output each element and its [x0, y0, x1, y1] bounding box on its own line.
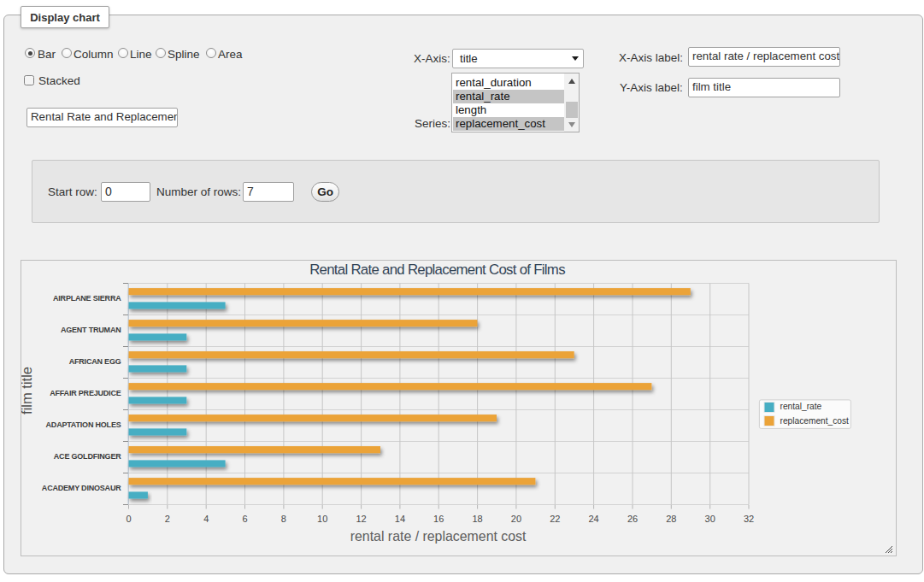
svg-text:2: 2	[165, 514, 170, 524]
svg-text:24: 24	[588, 514, 598, 524]
svg-text:AFFAIR PREJUDICE: AFFAIR PREJUDICE	[50, 389, 121, 397]
svg-text:AIRPLANE SIERRA: AIRPLANE SIERRA	[53, 294, 121, 303]
svg-text:ADAPTATION HOLES: ADAPTATION HOLES	[46, 420, 121, 429]
svg-text:4: 4	[203, 514, 209, 524]
svg-text:rental rate / replacement cost: rental rate / replacement cost	[350, 529, 527, 544]
svg-text:32: 32	[744, 514, 754, 524]
svg-text:6: 6	[242, 514, 247, 524]
svg-text:ACE GOLDFINGER: ACE GOLDFINGER	[54, 452, 121, 461]
svg-text:film title: film title	[21, 367, 34, 414]
svg-text:8: 8	[281, 514, 286, 524]
svg-text:rental_rate: rental_rate	[780, 402, 822, 411]
svg-text:20: 20	[511, 514, 521, 524]
svg-text:ACADEMY DINOSAUR: ACADEMY DINOSAUR	[42, 484, 121, 492]
svg-text:10: 10	[317, 514, 327, 524]
svg-text:18: 18	[472, 514, 482, 524]
svg-text:30: 30	[705, 514, 715, 524]
svg-text:AGENT TRUMAN: AGENT TRUMAN	[61, 326, 121, 334]
svg-text:Rental Rate and Replacement Co: Rental Rate and Replacement Cost of Film…	[309, 262, 565, 278]
svg-text:0: 0	[126, 514, 131, 524]
svg-text:26: 26	[627, 514, 638, 524]
svg-text:22: 22	[550, 514, 560, 524]
svg-text:12: 12	[356, 514, 366, 524]
svg-text:replacement_cost: replacement_cost	[780, 416, 850, 426]
svg-text:16: 16	[433, 514, 444, 524]
svg-text:28: 28	[666, 514, 676, 524]
svg-text:AFRICAN EGG: AFRICAN EGG	[69, 357, 121, 366]
svg-text:14: 14	[395, 514, 405, 524]
